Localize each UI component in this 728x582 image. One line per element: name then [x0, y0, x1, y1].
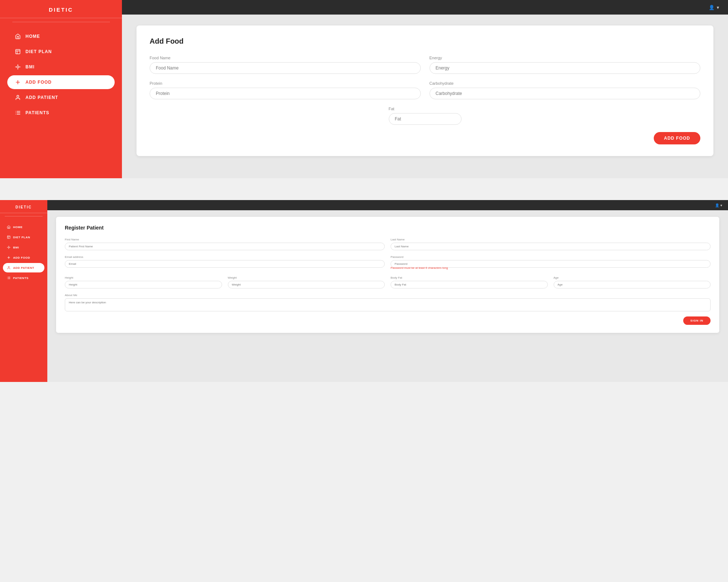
sidebar-label-addpatient-bottom: ADD PATIENT	[13, 266, 34, 270]
first-name-group: First Name	[65, 238, 385, 250]
sidebar-item-bmi-top[interactable]: BMI	[7, 60, 115, 74]
sidebar-top: DIETIC HOME	[0, 0, 122, 178]
sidebar-nav-bottom: HOME DIET PLAN	[0, 220, 47, 285]
email-input[interactable]	[65, 260, 385, 268]
last-name-group: Last Name	[391, 238, 711, 250]
user-avatar-icon-sm: 👤 ▾	[715, 203, 722, 207]
home-icon	[15, 33, 21, 40]
list-icon	[15, 109, 21, 116]
add-food-button[interactable]: ADD FOOD	[654, 132, 700, 144]
fat-input[interactable]	[389, 113, 462, 125]
bottom-section: DIETIC HOME	[0, 200, 728, 382]
svg-point-10	[17, 95, 19, 97]
food-name-input[interactable]	[150, 62, 421, 74]
add-food-footer: ADD FOOD	[150, 132, 700, 144]
plus-icon-sm	[7, 255, 11, 260]
sidebar-item-addfood-bottom[interactable]: ADD FOOD	[3, 253, 44, 262]
sidebar-item-home-bottom[interactable]: HOME	[3, 222, 44, 232]
about-group: About Me	[65, 294, 711, 311]
sidebar-item-bmi-bottom[interactable]: BMI	[3, 243, 44, 252]
height-group: Height	[65, 276, 222, 288]
age-input[interactable]	[554, 281, 711, 288]
fat-group: Fat	[389, 107, 462, 125]
register-patient-card: Register Patient First Name Last Name	[56, 217, 719, 333]
body-fat-group: Body Fat	[391, 276, 548, 288]
top-section: DIETIC HOME	[0, 0, 728, 178]
sidebar-divider	[12, 22, 110, 22]
password-group: Password Password must be at least 6 cha…	[391, 255, 711, 271]
sidebar-label-patients-bottom: PATIENTS	[13, 276, 28, 280]
user-avatar-icon: 👤	[709, 5, 715, 10]
add-food-card: Add Food Food Name Energy Protein	[136, 25, 713, 156]
user-menu-top[interactable]: 👤 ▾	[709, 5, 719, 10]
svg-point-20	[8, 247, 9, 248]
weight-group: Weight	[228, 276, 385, 288]
bottom-content: Register Patient First Name Last Name	[47, 210, 728, 382]
energy-input[interactable]	[430, 62, 701, 74]
svg-point-3	[17, 66, 19, 68]
protein-input[interactable]	[150, 88, 421, 99]
person-icon	[15, 94, 21, 101]
carbohydrate-label: Carbohydrate	[430, 81, 701, 85]
body-fat-label: Body Fat	[391, 276, 548, 279]
height-input[interactable]	[65, 281, 222, 288]
first-name-input[interactable]	[65, 243, 385, 250]
user-dropdown-arrow: ▾	[717, 5, 719, 10]
age-label: Age	[554, 276, 711, 279]
list-icon-sm	[7, 276, 11, 280]
body-fat-input[interactable]	[391, 281, 548, 288]
diet-icon	[15, 48, 21, 55]
sidebar-item-label-home-top: HOME	[25, 34, 40, 39]
fat-label: Fat	[389, 107, 462, 111]
weight-input[interactable]	[228, 281, 385, 288]
food-name-label: Food Name	[150, 56, 421, 60]
sidebar-item-label-bmi-top: BMI	[25, 64, 35, 69]
user-menu-bottom[interactable]: 👤 ▾	[715, 203, 722, 207]
svg-rect-0	[16, 49, 20, 54]
energy-group: Energy	[430, 56, 701, 74]
sidebar-item-label-addpatient-top: ADD PATIENT	[25, 95, 58, 100]
about-label: About Me	[65, 294, 711, 297]
bmi-icon-sm	[7, 245, 11, 250]
height-label: Height	[65, 276, 222, 279]
register-patient-title: Register Patient	[65, 225, 711, 231]
last-name-input[interactable]	[391, 243, 711, 250]
age-group: Age	[554, 276, 711, 288]
svg-point-27	[8, 266, 9, 267]
person-icon-sm	[7, 266, 11, 270]
sidebar-item-diet-bottom[interactable]: DIET PLAN	[3, 232, 44, 242]
sidebar-item-patients-bottom[interactable]: PATIENTS	[3, 273, 44, 283]
register-row-2: Email address Password Password must be …	[65, 255, 711, 271]
sidebar-nav-top: HOME DIET PLAN	[0, 26, 122, 123]
sidebar-label-diet-bottom: DIET PLAN	[13, 236, 30, 239]
sidebar-item-addpatient-bottom[interactable]: ADD PATIENT	[3, 263, 44, 272]
bottom-right-area: 👤 ▾ Register Patient First Name Last Nam…	[47, 200, 728, 382]
register-row-3: Height Weight Body Fat Age	[65, 276, 711, 288]
email-label: Email address	[65, 255, 385, 259]
sidebar-item-dietplan-top[interactable]: DIET PLAN	[7, 45, 115, 59]
plus-icon	[15, 79, 21, 85]
register-footer: SIGN IN	[65, 316, 711, 325]
sidebar-item-addpatient-top[interactable]: ADD PATIENT	[7, 91, 115, 104]
sidebar-label-bmi-bottom: BMI	[13, 246, 19, 249]
sidebar-logo-top: DIETIC	[0, 0, 122, 18]
sign-in-button[interactable]: SIGN IN	[683, 316, 711, 325]
sidebar-item-label-diet-top: DIET PLAN	[25, 49, 52, 54]
sidebar-item-home-top[interactable]: HOME	[7, 29, 115, 43]
diet-icon-sm	[7, 235, 11, 239]
email-group: Email address	[65, 255, 385, 271]
food-name-group: Food Name	[150, 56, 421, 74]
bottom-header: 👤 ▾	[47, 200, 728, 210]
form-row-2: Protein Carbohydrate	[150, 81, 700, 99]
sidebar-divider-bottom	[5, 216, 43, 216]
sidebar-item-label-addfood-top: ADD FOOD	[25, 80, 52, 85]
register-row-1: First Name Last Name	[65, 238, 711, 250]
sidebar-label-home-bottom: HOME	[13, 226, 23, 229]
home-icon-sm	[7, 225, 11, 229]
about-textarea[interactable]	[65, 298, 711, 311]
weight-label: Weight	[228, 276, 385, 279]
sidebar-item-patients-top[interactable]: PATIENTS	[7, 106, 115, 120]
carbohydrate-input[interactable]	[430, 88, 701, 99]
sidebar-item-addfood-top[interactable]: ADD FOOD	[7, 75, 115, 89]
form-row-3: Fat	[150, 107, 700, 125]
